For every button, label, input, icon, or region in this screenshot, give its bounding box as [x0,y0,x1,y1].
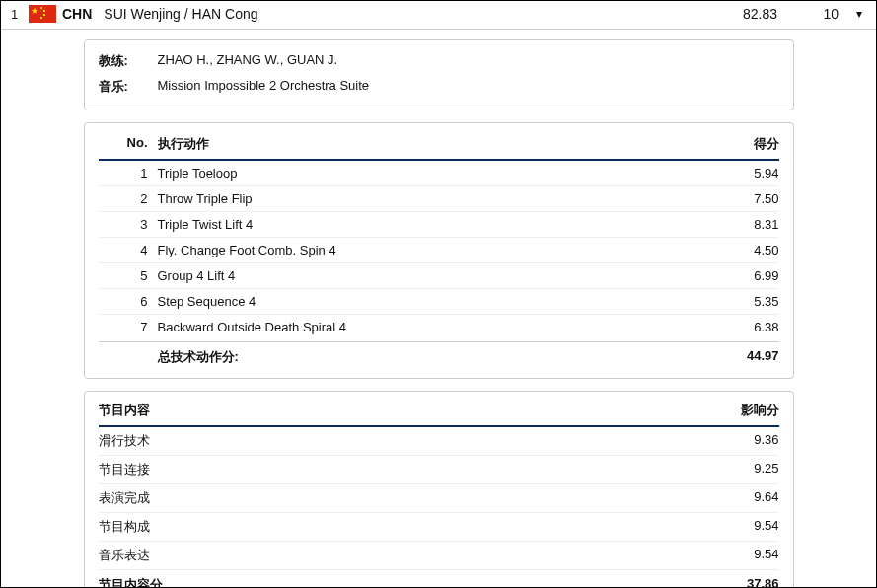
element-score: 4.50 [700,243,779,257]
element-score: 5.35 [700,294,779,309]
component-score: 9.64 [700,489,779,507]
element-name: Backward Outside Death Spiral 4 [158,320,700,334]
element-row: 3Triple Twist Lift 48.31 [99,212,779,238]
components-score-header: 影响分 [700,402,779,419]
component-score: 9.25 [700,461,779,478]
elements-body: 1Triple Toeloop5.942Throw Triple Flip7.5… [99,161,779,339]
coach-value: ZHAO H., ZHANG W., GUAN J. [158,52,779,70]
chevron-down-icon: ▾ [856,7,862,21]
element-score: 6.38 [700,320,779,334]
rank: 1 [11,7,29,22]
col-name-header: 执行动作 [158,135,700,153]
detail-content: 教练: ZHAO H., ZHANG W., GUAN J. 音乐: Missi… [84,30,794,588]
info-card: 教练: ZHAO H., ZHANG W., GUAN J. 音乐: Missi… [84,39,794,110]
component-name: 节目构成 [99,518,700,536]
music-value: Mission Impossible 2 Orchestra Suite [158,78,779,96]
element-name: Triple Twist Lift 4 [158,217,700,232]
component-score: 9.54 [700,547,779,564]
component-row: 表演完成9.64 [99,484,779,513]
element-no: 6 [99,294,158,309]
element-row: 6Step Sequence 45.35 [99,289,779,315]
element-score: 5.94 [700,166,779,181]
components-name-header: 节目内容 [99,402,700,419]
element-no: 5 [99,268,158,283]
component-name: 节目连接 [99,461,700,478]
elements-total-value: 44.97 [700,348,779,366]
element-row: 7Backward Outside Death Spiral 46.38 [99,315,779,339]
component-row: 节目构成9.54 [99,513,779,542]
music-label: 音乐: [99,78,158,96]
components-card: 节目内容 影响分 滑行技术9.36节目连接9.25表演完成9.64节目构成9.5… [84,391,794,588]
component-name: 滑行技术 [99,432,700,450]
element-name: Step Sequence 4 [158,294,700,309]
element-row: 1Triple Toeloop5.94 [99,161,779,186]
col-no-header: No. [99,135,158,153]
country-code: CHN [62,6,92,22]
component-score: 9.36 [700,432,779,450]
components-total-row: 节目内容分 37.86 [99,570,779,588]
elements-total-label: 总技术动作分: [158,348,700,366]
element-score: 8.31 [700,217,779,232]
component-row: 音乐表达9.54 [99,542,779,570]
element-no: 4 [99,243,158,257]
count-number: 10 [823,6,839,22]
component-row: 滑行技术9.36 [99,427,779,456]
element-row: 4Fly. Change Foot Comb. Spin 44.50 [99,238,779,263]
components-total-value: 37.86 [700,576,779,588]
elements-header: No. 执行动作 得分 [99,131,779,161]
element-no: 3 [99,217,158,232]
element-row: 2Throw Triple Flip7.50 [99,186,779,212]
pair-name: SUI Wenjing / HAN Cong [104,6,698,22]
coach-label: 教练: [99,52,158,70]
components-total-label: 节目内容分 [99,576,700,588]
component-name: 音乐表达 [99,547,700,564]
components-body: 滑行技术9.36节目连接9.25表演完成9.64节目构成9.54音乐表达9.54 [99,427,779,570]
element-name: Group 4 Lift 4 [158,268,700,283]
element-no: 7 [99,320,158,334]
elements-card: No. 执行动作 得分 1Triple Toeloop5.942Throw Tr… [84,122,794,379]
expand-toggle[interactable]: 10 ▾ [777,6,866,22]
element-name: Fly. Change Foot Comb. Spin 4 [158,243,700,257]
elements-total-row: 总技术动作分: 44.97 [99,341,779,368]
result-header-row[interactable]: 1 CHN SUI Wenjing / HAN Cong 82.83 10 ▾ [1,1,876,30]
coach-row: 教练: ZHAO H., ZHANG W., GUAN J. [99,48,779,74]
element-score: 7.50 [700,191,779,206]
element-name: Triple Toeloop [158,166,700,181]
element-row: 5Group 4 Lift 46.99 [99,263,779,289]
flag-china-icon [29,5,56,23]
col-score-header: 得分 [700,135,779,153]
component-name: 表演完成 [99,489,700,507]
component-score: 9.54 [700,518,779,536]
element-score: 6.99 [700,268,779,283]
components-header: 节目内容 影响分 [99,400,779,427]
music-row: 音乐: Mission Impossible 2 Orchestra Suite [99,74,779,100]
element-no: 1 [99,166,158,181]
total-score: 82.83 [698,6,777,22]
element-name: Throw Triple Flip [158,191,700,206]
element-no: 2 [99,191,158,206]
component-row: 节目连接9.25 [99,456,779,484]
